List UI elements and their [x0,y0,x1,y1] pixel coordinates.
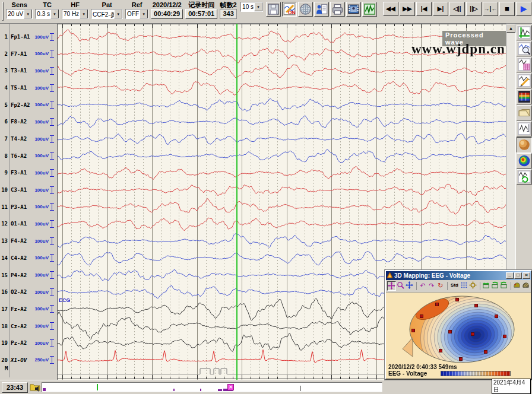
chevron-down-icon[interactable]: ▼ [24,9,32,18]
hf-dropdown[interactable]: 70 Hz ▼ [62,9,88,19]
channel-number: 13 [0,238,9,244]
graph-axes-icon[interactable] [517,25,532,40]
current-time-button[interactable]: 00:40:29 [151,9,183,19]
maximize-icon[interactable]: □ [514,272,522,279]
playback-button-3[interactable]: ▶| [433,2,448,16]
head-solid-icon[interactable] [513,281,521,291]
channel-row-C3-A1[interactable]: 10C3-A1100uV [0,185,57,195]
zoom-icon[interactable] [397,281,405,291]
channel-row-Pz-A2[interactable]: 19Pz-A2100uV [0,338,57,348]
view-flip-2-icon[interactable] [491,281,499,291]
channel-row-F4-A2[interactable]: 13F4-A2100uV [0,236,57,246]
toolbar-handle[interactable] [2,2,4,21]
ref-dropdown[interactable]: OFF ▼ [125,9,148,19]
clock-time-button[interactable]: 23:43 [2,382,28,393]
playback-button-4[interactable]: ◁|| [449,2,465,16]
playback-button-1[interactable]: ▶▶ [400,2,415,16]
patient-info-icon[interactable] [314,2,329,17]
channel-row-O2-A2[interactable]: 16O2-A2100uV [0,287,57,297]
record-time-button[interactable]: 00:57:01 [185,9,217,19]
settings-icon[interactable] [469,281,477,291]
analysis-wave-icon[interactable] [362,2,377,17]
head-map-view[interactable] [386,293,531,363]
channel-row-Fp1-A1[interactable]: 1Fp1-A1100uV [0,32,57,42]
std-view-button[interactable]: Std [449,281,460,291]
divider [416,282,417,290]
scale-bracket-icon [50,254,54,262]
mapping-window-titlebar[interactable]: 3D Mapping: EEG - Voltage _ □ × [386,271,531,280]
rotate-left-icon[interactable]: ↶ [419,281,427,291]
topo-map-icon[interactable] [517,153,532,169]
record-time-label: 记录时间 [185,1,217,9]
channel-row-T4-A2[interactable]: 7T4-A2100uV [0,134,57,144]
folder-speaker-icon[interactable] [30,382,40,393]
annotate-on-icon[interactable]: ON [282,2,297,17]
chevron-down-icon[interactable]: ▼ [80,9,88,18]
close-icon[interactable]: × [522,272,530,279]
video-icon[interactable] [346,2,361,17]
channel-row-P4-A2[interactable]: 15P4-A2100uV [0,271,57,280]
mapping-window-icon [387,272,393,279]
mapping-window[interactable]: 3D Mapping: EEG - Voltage _ □ × ↶ ↷ ↻ St… [385,270,532,380]
montage-globe-icon[interactable] [298,2,313,17]
playback-button-2[interactable]: |◀ [416,2,432,16]
view-flip-3-icon[interactable] [500,281,508,291]
wave-export-icon[interactable] [517,121,532,136]
pan-icon[interactable] [406,281,414,291]
wave-grid-icon[interactable] [517,57,532,72]
head-mesh-icon[interactable] [522,281,530,291]
channel-label: X1-OV [9,357,34,363]
divider [511,282,511,290]
sens-dropdown[interactable]: 20 uV ▼ [6,9,33,19]
channel-row-F7-A1[interactable]: 2F7-A1100uV [0,49,57,59]
view-flip-1-icon[interactable] [482,281,490,291]
chevron-down-icon[interactable]: ▼ [254,2,262,11]
timeline-start-mark [43,388,46,391]
print-icon[interactable] [330,2,345,17]
wave-refresh-icon[interactable] [517,169,532,185]
grid-points-icon[interactable] [460,281,468,291]
channel-row-F8-A2[interactable]: 6F8-A2100uV [0,117,57,126]
channel-row-X1-OV[interactable]: 20X1-OV250uV [0,355,57,365]
wave-edit-icon[interactable] [517,73,532,88]
head-3d-canvas[interactable] [386,293,528,363]
playback-button-8[interactable]: ▶ [516,2,531,16]
scroll-up-icon[interactable]: ▲ [506,24,515,33]
channel-label: Cz-A2 [9,323,34,329]
channel-label: C3-A1 [9,187,34,193]
playback-button-7[interactable]: ■ [499,2,515,16]
channel-row-F3-A1[interactable]: 9F3-A1100uV [0,168,57,177]
epoch-dropdown[interactable]: 10 s ▼ [240,2,263,12]
head-3d-icon[interactable] [517,137,532,152]
channel-row-T3-A1[interactable]: 3T3-A1100uV [0,66,57,75]
rotate-right-icon[interactable]: ↷ [428,281,436,291]
channel-row-C4-A2[interactable]: 14C4-A2100uV [0,253,57,263]
pat-dropdown[interactable]: CCF2-参 ▼ [91,9,123,19]
channel-row-Fp2-A2[interactable]: 5Fp2-A2100uV [0,100,57,110]
chevron-down-icon[interactable]: ▼ [140,9,148,18]
playback-button-5[interactable]: ||▷ [466,2,482,16]
zoom-wave-icon[interactable] [517,41,532,56]
chevron-down-icon[interactable]: ▼ [50,9,59,18]
save-icon[interactable] [266,2,281,17]
recording-timeline[interactable]: ✕ [42,382,382,392]
scale-bracket-icon [50,135,54,143]
channel-row-Fz-A2[interactable]: 17Fz-A2100uV [0,304,57,314]
playback-button-6[interactable]: →|← [483,2,498,16]
channel-row-T6-A2[interactable]: 8T6-A2100uV [0,151,57,161]
rotate-3d-icon[interactable] [387,281,396,291]
channel-row-Cz-A2[interactable]: 18Cz-A2100uV [0,322,57,331]
channel-row-P3-A1[interactable]: 11P3-A1100uV [0,202,57,212]
minimize-icon[interactable]: _ [506,272,514,279]
chevron-down-icon[interactable]: ▼ [114,9,122,18]
channel-row-O1-A1[interactable]: 12O1-A1100uV [0,219,57,228]
tc-dropdown[interactable]: 0.3 s ▼ [35,9,59,19]
channel-row-T5-A1[interactable]: 4T5-A1100uV [0,83,57,93]
frame-label: 帧数2 [220,1,237,9]
notes-folder-icon[interactable] [517,105,532,120]
playback-button-0[interactable]: ◀◀ [383,2,398,16]
spin-icon[interactable]: ↻ [436,281,445,291]
timeline-position-icon[interactable]: ✕ [227,384,234,390]
dsa-spectrum-icon[interactable] [517,89,532,104]
pat-label: Pat [91,1,123,9]
